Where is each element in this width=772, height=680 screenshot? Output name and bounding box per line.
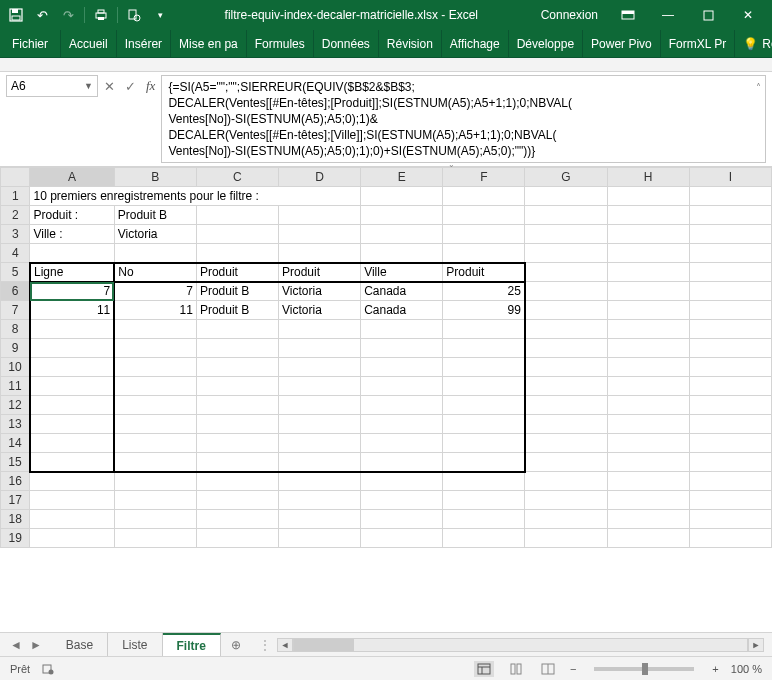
cell[interactable] <box>114 377 196 396</box>
cell[interactable]: Produit B <box>114 206 196 225</box>
cell[interactable] <box>443 358 525 377</box>
cell[interactable] <box>30 244 114 263</box>
cell[interactable] <box>30 320 114 339</box>
view-normal-icon[interactable] <box>474 661 494 677</box>
cell[interactable] <box>30 510 114 529</box>
tab-formules[interactable]: Formules <box>247 30 314 57</box>
cell[interactable] <box>196 510 278 529</box>
preview-icon[interactable] <box>122 3 146 27</box>
cell[interactable] <box>443 339 525 358</box>
print-icon[interactable] <box>89 3 113 27</box>
cell[interactable] <box>607 225 689 244</box>
col-header[interactable]: E <box>361 168 443 187</box>
cell[interactable]: 7 <box>114 282 196 301</box>
cell[interactable] <box>689 320 771 339</box>
cell[interactable] <box>689 529 771 548</box>
cell[interactable] <box>114 453 196 472</box>
row-header[interactable]: 11 <box>1 377 30 396</box>
cell[interactable] <box>279 244 361 263</box>
cell[interactable]: 99 <box>443 301 525 320</box>
cell[interactable] <box>607 453 689 472</box>
close-icon[interactable]: ✕ <box>728 0 768 30</box>
cell[interactable] <box>525 206 607 225</box>
signin-button[interactable]: Connexion <box>531 0 608 30</box>
cell[interactable]: Ligne <box>30 263 114 282</box>
zoom-slider[interactable] <box>594 667 694 671</box>
cell[interactable] <box>114 510 196 529</box>
cell[interactable] <box>525 282 607 301</box>
cell[interactable]: No <box>114 263 196 282</box>
cell[interactable] <box>361 206 443 225</box>
cell[interactable] <box>443 415 525 434</box>
cell[interactable]: 25 <box>443 282 525 301</box>
cell[interactable] <box>361 377 443 396</box>
cell[interactable] <box>279 472 361 491</box>
cell[interactable] <box>279 339 361 358</box>
tab-split-handle[interactable]: ⋮ <box>259 638 271 652</box>
scroll-left-icon[interactable]: ◄ <box>277 638 293 652</box>
cell[interactable] <box>114 339 196 358</box>
cell[interactable] <box>525 377 607 396</box>
cell[interactable] <box>196 339 278 358</box>
scroll-track[interactable] <box>293 638 748 652</box>
sheet-tab-base[interactable]: Base <box>52 633 108 657</box>
row-header[interactable]: 15 <box>1 453 30 472</box>
cell[interactable] <box>443 187 525 206</box>
cell[interactable] <box>607 301 689 320</box>
col-header[interactable]: D <box>279 168 361 187</box>
sheet-nav-prev-icon[interactable]: ◄ <box>10 638 22 652</box>
grid[interactable]: A B C D E F G H I 1 10 premiers enregist… <box>0 167 772 632</box>
sheet-tab-liste[interactable]: Liste <box>108 633 162 657</box>
cell[interactable] <box>689 396 771 415</box>
cancel-icon[interactable]: ✕ <box>104 79 115 94</box>
cell[interactable] <box>607 263 689 282</box>
sheet-nav-next-icon[interactable]: ► <box>30 638 42 652</box>
name-box[interactable]: A6 ▼ <box>6 75 98 97</box>
cell[interactable]: Produit B <box>196 301 278 320</box>
selected-cell[interactable]: 7 <box>30 282 114 301</box>
tab-affichage[interactable]: Affichage <box>442 30 509 57</box>
cell[interactable] <box>689 301 771 320</box>
cell[interactable] <box>196 415 278 434</box>
cell[interactable] <box>607 415 689 434</box>
macro-record-icon[interactable] <box>42 663 54 675</box>
cell[interactable] <box>525 510 607 529</box>
cell[interactable] <box>443 453 525 472</box>
row-header[interactable]: 7 <box>1 301 30 320</box>
cell[interactable] <box>361 453 443 472</box>
tab-formxl[interactable]: FormXL Pr <box>661 30 736 57</box>
cell[interactable] <box>114 472 196 491</box>
select-all-corner[interactable] <box>1 168 30 187</box>
cell[interactable] <box>689 472 771 491</box>
cell[interactable] <box>196 225 278 244</box>
view-page-break-icon[interactable] <box>538 661 558 677</box>
cell[interactable] <box>443 377 525 396</box>
cell[interactable]: Produit <box>443 263 525 282</box>
cell[interactable] <box>279 225 361 244</box>
cell[interactable] <box>689 453 771 472</box>
fx-icon[interactable]: fx <box>146 78 155 94</box>
cell[interactable] <box>689 206 771 225</box>
cell[interactable] <box>689 358 771 377</box>
cell[interactable] <box>30 529 114 548</box>
tab-inserer[interactable]: Insérer <box>117 30 171 57</box>
formula-bar[interactable]: {=SI(A5="";"";SIERREUR(EQUIV($B$2&$B$3; … <box>161 75 766 163</box>
cell[interactable]: Produit : <box>30 206 114 225</box>
cell[interactable] <box>525 529 607 548</box>
cell[interactable]: Produit <box>279 263 361 282</box>
zoom-out-button[interactable]: − <box>570 663 576 675</box>
tab-fichier[interactable]: Fichier <box>0 30 61 57</box>
cell[interactable] <box>279 206 361 225</box>
cell[interactable] <box>361 415 443 434</box>
cell[interactable] <box>114 415 196 434</box>
cell[interactable] <box>279 377 361 396</box>
cell[interactable] <box>689 187 771 206</box>
cell[interactable]: Ville <box>361 263 443 282</box>
cell[interactable] <box>607 510 689 529</box>
cell[interactable]: Canada <box>361 301 443 320</box>
cell[interactable] <box>689 434 771 453</box>
cell[interactable] <box>443 396 525 415</box>
cell[interactable] <box>525 415 607 434</box>
cell[interactable] <box>443 225 525 244</box>
row-header[interactable]: 5 <box>1 263 30 282</box>
